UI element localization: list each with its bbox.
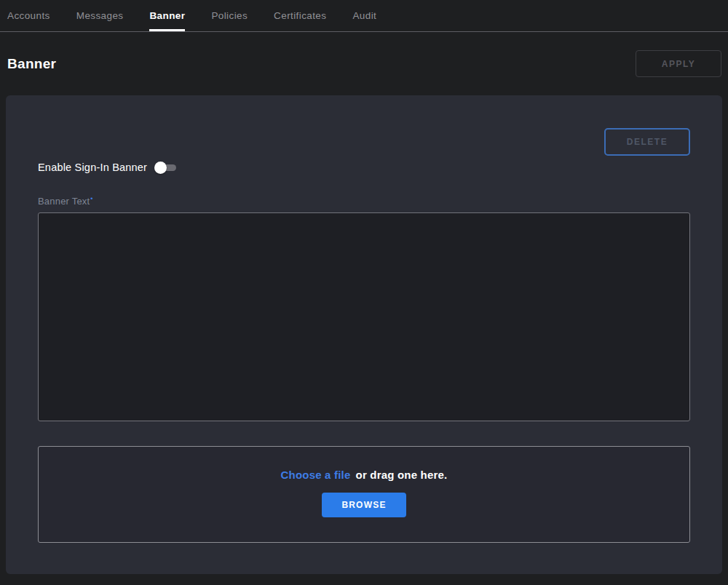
- tab-banner[interactable]: Banner: [149, 0, 185, 32]
- banner-text-input[interactable]: [38, 212, 690, 421]
- tab-certificates[interactable]: Certificates: [274, 0, 326, 32]
- choose-file-link[interactable]: Choose a file: [281, 469, 351, 481]
- banner-panel: DELETE Enable Sign-In Banner Banner Text…: [6, 95, 722, 574]
- banner-text-label-text: Banner Text: [38, 196, 90, 207]
- enable-banner-row: Enable Sign-In Banner: [38, 161, 690, 174]
- dropzone-text: Choose a fileor drag one here.: [281, 469, 448, 481]
- required-marker-icon: •: [90, 195, 92, 202]
- delete-button[interactable]: DELETE: [604, 128, 690, 156]
- file-dropzone[interactable]: Choose a fileor drag one here. BROWSE: [38, 446, 690, 543]
- enable-banner-label: Enable Sign-In Banner: [38, 162, 147, 173]
- tab-accounts[interactable]: Accounts: [7, 0, 50, 32]
- toggle-knob-icon: [154, 162, 167, 174]
- tab-policies[interactable]: Policies: [211, 0, 248, 32]
- tab-bar: Accounts Messages Banner Policies Certif…: [0, 0, 728, 32]
- browse-button[interactable]: BROWSE: [322, 493, 406, 517]
- apply-button[interactable]: APPLY: [636, 50, 721, 77]
- page-header: Banner APPLY: [0, 32, 728, 95]
- tab-audit[interactable]: Audit: [352, 0, 376, 32]
- tab-messages[interactable]: Messages: [76, 0, 124, 32]
- enable-banner-toggle[interactable]: [154, 161, 176, 174]
- banner-text-label: Banner Text•: [38, 195, 690, 207]
- drag-here-text: or drag one here.: [356, 469, 448, 481]
- delete-row: DELETE: [38, 128, 690, 156]
- page-title: Banner: [7, 56, 56, 72]
